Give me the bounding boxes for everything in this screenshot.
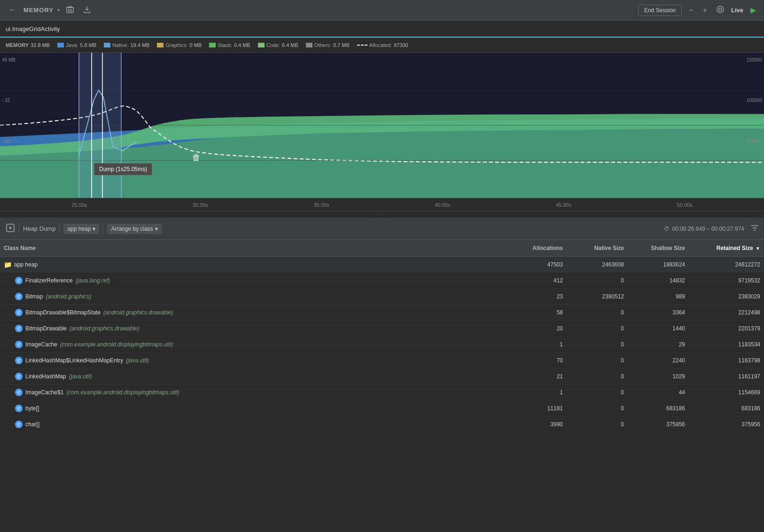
native-value: 19.4 MB <box>130 42 149 48</box>
td-class-name: C BitmapDrawable$BitmapState (android.gr… <box>0 309 506 316</box>
legend-native: Native: 19.4 MB <box>104 42 149 48</box>
class-suffix: (com.example.android.displayingbitmaps.u… <box>60 341 173 348</box>
end-session-button[interactable]: End Session <box>638 5 682 16</box>
toolbar-divider-2 <box>59 223 60 235</box>
td-class-name: C ImageCache$1 (com.example.android.disp… <box>0 389 506 396</box>
scroll-indicator: ⋯⋯⋯ <box>374 212 390 217</box>
td-class-name: C char[] <box>0 421 506 428</box>
td-native-size: 0 <box>567 373 628 380</box>
allocated-label: Allocated: <box>369 42 392 48</box>
legend-code: Code: 6.4 MB <box>258 42 298 48</box>
td-allocations: 70 <box>506 357 567 364</box>
settings-button[interactable] <box>714 5 726 16</box>
save-button[interactable] <box>80 4 94 16</box>
zoom-in-button[interactable]: + <box>701 5 709 16</box>
class-name-text: FinalizerReference <box>25 277 73 284</box>
others-label: Others: <box>314 42 331 48</box>
delete-button[interactable] <box>63 4 77 16</box>
x-label-50: 50.00s <box>677 202 693 208</box>
y-labels-right: 150000 100000 50000 <box>745 53 762 184</box>
td-class-name: C LinkedHashMap (java.util) <box>0 373 506 380</box>
table-row[interactable]: C char[] 3990 0 375956 375956 <box>0 416 764 432</box>
stack-swatch <box>209 43 216 47</box>
folder-icon: 📁 <box>4 261 11 268</box>
allocated-value: 97300 <box>394 42 408 48</box>
td-retained-size: 683186 <box>689 405 764 412</box>
td-class-name: C byte[] <box>0 405 506 412</box>
code-swatch <box>258 43 265 47</box>
arrange-select[interactable]: Arrange by class ▾ <box>107 224 161 234</box>
heap-dump-icon <box>6 223 15 235</box>
class-icon: C <box>15 389 23 396</box>
td-retained-size: 1183534 <box>689 341 764 348</box>
scrollbar-area[interactable]: ⋯⋯⋯ <box>0 211 764 218</box>
td-native-size: 2463608 <box>567 261 628 268</box>
legend-allocated: Allocated: 97300 <box>357 42 408 48</box>
sort-arrow: ▼ <box>756 246 760 251</box>
svg-point-5 <box>719 8 722 11</box>
arrange-label: Arrange by class <box>111 226 153 232</box>
td-class-name: C ImageCache (com.example.android.displa… <box>0 341 506 348</box>
class-icon: C <box>15 373 23 380</box>
toolbar-divider-3 <box>103 223 103 235</box>
td-retained-size: 1154669 <box>689 389 764 396</box>
class-suffix: (com.example.android.displayingbitmaps.u… <box>66 389 179 396</box>
td-allocations: 23 <box>506 293 567 300</box>
memory-dropdown-arrow[interactable]: ▾ <box>57 8 60 13</box>
native-swatch <box>104 43 110 47</box>
class-icon: C <box>15 357 23 364</box>
table-row[interactable]: C byte[] 11181 0 683186 683186 <box>0 400 764 416</box>
live-label: Live <box>731 7 743 14</box>
graphics-swatch <box>157 43 164 47</box>
table-row[interactable]: C ImageCache (com.example.android.displa… <box>0 336 764 352</box>
svg-point-6 <box>717 6 724 13</box>
x-label-45: 45.00s <box>556 202 571 208</box>
toolbar-divider-1 <box>19 223 19 235</box>
td-retained-size: 9719532 <box>689 277 764 284</box>
class-name-text: ImageCache$1 <box>25 389 63 396</box>
filter-icon[interactable] <box>751 224 758 233</box>
legend-memory: MEMORY 32.8 MB <box>6 42 50 48</box>
table-row[interactable]: 📁 app heap 47503 2463608 1883624 2481227… <box>0 257 764 273</box>
td-native-size: 0 <box>567 277 628 284</box>
class-name-text: LinkedHashMap <box>25 373 66 380</box>
class-icon: C <box>15 325 23 332</box>
class-icon: C <box>15 341 23 348</box>
y-label-48mb: 48 MB <box>0 57 16 63</box>
arrange-arrow: ▾ <box>155 226 158 232</box>
class-icon: C <box>15 293 23 300</box>
table-row[interactable]: C ImageCache$1 (com.example.android.disp… <box>0 384 764 400</box>
play-button[interactable]: ▶ <box>748 5 758 16</box>
table-row[interactable]: C LinkedHashMap$LinkedHashMapEntry (java… <box>0 352 764 368</box>
app-heap-select[interactable]: app heap ▾ <box>63 224 99 234</box>
td-native-size: 0 <box>567 357 628 364</box>
others-swatch <box>306 43 312 47</box>
app-heap-arrow: ▾ <box>93 226 95 232</box>
table-row[interactable]: C BitmapDrawable (android.graphics.drawa… <box>0 321 764 336</box>
table-row[interactable]: C BitmapDrawable$BitmapState (android.gr… <box>0 305 764 321</box>
th-retained-size[interactable]: Retained Size ▼ <box>689 245 764 251</box>
y-label-150000: 150000 <box>745 57 762 63</box>
table-row[interactable]: C Bitmap (android.graphics) 23 2380512 9… <box>0 289 764 305</box>
class-name-text: BitmapDrawable <box>25 325 67 332</box>
class-suffix: (android.graphics.drawable) <box>103 309 173 316</box>
memory-chart[interactable]: 🗑 48 MB - 32 - 16 150000 100000 50000 Du… <box>0 53 764 198</box>
back-button[interactable]: ← <box>6 4 20 16</box>
th-allocations: Allocations <box>506 245 567 251</box>
class-icon: C <box>15 277 23 284</box>
zoom-out-button[interactable]: − <box>686 5 695 16</box>
td-allocations: 58 <box>506 309 567 316</box>
td-class-name: C LinkedHashMap$LinkedHashMapEntry (java… <box>0 357 506 364</box>
td-native-size: 0 <box>567 421 628 428</box>
table-row[interactable]: C FinalizerReference (java.lang.ref) 412… <box>0 273 764 289</box>
td-native-size: 0 <box>567 405 628 412</box>
td-shallow-size: 3364 <box>628 309 689 316</box>
time-range-value: 00:00:26.949 – 00:00:27.974 <box>672 226 744 232</box>
table-row[interactable]: C LinkedHashMap (java.util) 21 0 1029 11… <box>0 368 764 384</box>
th-class-name: Class Name <box>0 245 506 251</box>
th-native-size: Native Size <box>567 245 628 251</box>
table-container[interactable]: Class Name Allocations Native Size Shall… <box>0 240 764 432</box>
y-label-100000: 100000 <box>745 98 762 103</box>
class-name-text: Bitmap <box>25 293 43 300</box>
class-icon: C <box>15 309 23 316</box>
